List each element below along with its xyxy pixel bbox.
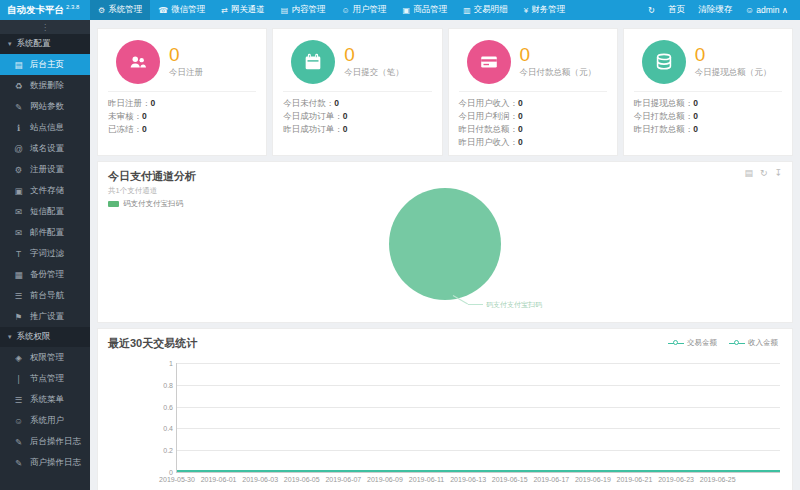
legend-label: 交易金额	[687, 338, 717, 348]
credit-card-icon	[467, 40, 511, 84]
sidebar-item-label: 字词过滤	[30, 248, 64, 260]
edit-icon: ✎	[13, 102, 24, 112]
nav-item-system[interactable]: ⚙ 系统管理	[90, 0, 150, 20]
sidebar-item-system-menu[interactable]: ☰ 系统菜单	[0, 389, 90, 410]
y-tick: 0	[151, 469, 173, 476]
log-icon: ✎	[13, 437, 24, 447]
sidebar-item-label: 域名设置	[30, 143, 64, 155]
gear-icon: ⚙	[98, 6, 105, 15]
data-view-icon[interactable]: ▤	[744, 168, 753, 178]
stat-card-withdraw: 0 今日提现总额（元） 昨日提现总额：0 今日打款总额：0 昨日打款总额：0	[623, 28, 793, 156]
refresh-icon[interactable]: ↻	[648, 5, 655, 15]
sidebar-item-site-params[interactable]: ✎ 网站参数	[0, 96, 90, 117]
x-tick: 2019-06-23	[658, 476, 694, 483]
sidebar-item-word-filter[interactable]: T 字词过滤	[0, 243, 90, 264]
sidebar-item-sms-config[interactable]: ✉ 短信配置	[0, 201, 90, 222]
sidebar-item-domain-settings[interactable]: @ 域名设置	[0, 138, 90, 159]
y-tick: 0.2	[151, 447, 173, 454]
sidebar-item-admin-log[interactable]: ✎ 后台操作日志	[0, 431, 90, 452]
menu-icon: ☰	[13, 395, 24, 405]
stat-value: 0	[344, 45, 404, 64]
sidebar-item-site-info[interactable]: ℹ 站点信息	[0, 117, 90, 138]
x-tick: 2019-06-01	[201, 476, 237, 483]
sidebar-section-system-permission[interactable]: ▾ 系统权限	[0, 327, 90, 347]
x-tick: 2019-06-05	[284, 476, 320, 483]
sidebar-item-label: 文件存储	[30, 185, 64, 197]
stat-row: 今日未付款：0	[283, 97, 431, 110]
x-tick: 2019-06-11	[409, 476, 444, 483]
stat-row: 昨日提现总额：0	[634, 97, 782, 110]
refresh-icon[interactable]: ↻	[760, 168, 768, 178]
money-icon: ¥	[524, 6, 528, 15]
nav-label: 交易明细	[474, 4, 508, 16]
sidebar-item-dashboard[interactable]: ▤ 后台主页	[0, 54, 90, 75]
sidebar-item-system-users[interactable]: ☺ 系统用户	[0, 410, 90, 431]
sidebar-item-file-storage[interactable]: ▣ 文件存储	[0, 180, 90, 201]
download-icon[interactable]: ↧	[774, 168, 782, 178]
nav-item-trade[interactable]: ▥ 交易明细	[455, 0, 516, 20]
nav-label: 网关通道	[231, 4, 265, 16]
at-icon: @	[13, 144, 24, 154]
legend-item-income[interactable]: 收入金额	[729, 338, 778, 348]
sidebar-item-label: 前台导航	[30, 290, 64, 302]
nav-item-finance[interactable]: ¥ 财务管理	[516, 0, 573, 20]
version-badge: 2.3.8	[66, 4, 79, 10]
nav-item-user[interactable]: ☺ 用户管理	[333, 0, 394, 20]
x-tick: 2019-06-25	[700, 476, 736, 483]
sidebar-item-node[interactable]: | 节点管理	[0, 368, 90, 389]
x-tick: 2019-06-17	[533, 476, 569, 483]
stat-row: 今日用户收入：0	[459, 97, 607, 110]
sidebar-item-label: 数据删除	[30, 80, 64, 92]
avatar-icon: ☺	[745, 5, 754, 15]
stat-row: 昨日付款总额：0	[459, 123, 607, 136]
sidebar-item-data-delete[interactable]: ♻ 数据删除	[0, 75, 90, 96]
sidebar-item-promotion[interactable]: ⚑ 推广设置	[0, 306, 90, 327]
sidebar-item-label: 后台操作日志	[30, 436, 81, 448]
sidebar-item-backup[interactable]: ▦ 备份管理	[0, 264, 90, 285]
clear-cache-link[interactable]: 清除缓存	[698, 4, 732, 16]
stat-label: 今日提交（笔）	[344, 67, 404, 79]
sidebar-section-system-config[interactable]: ▾ 系统配置	[0, 34, 90, 54]
pie-panel-tools: ▤ ↻ ↧	[744, 168, 782, 178]
sidebar-item-label: 节点管理	[30, 373, 64, 385]
nav-label: 微信管理	[171, 4, 205, 16]
sidebar-item-label: 站点信息	[30, 122, 64, 134]
legend-item-trade[interactable]: 交易金额	[668, 338, 717, 348]
dashboard-icon: ▤	[13, 60, 24, 70]
sidebar-item-merchant-log[interactable]: ✎ 商户操作日志	[0, 452, 90, 473]
sidebar-item-permission[interactable]: ◈ 权限管理	[0, 347, 90, 368]
sidebar-item-register-settings[interactable]: ⚙ 注册设置	[0, 159, 90, 180]
brand[interactable]: 自动发卡平台 2.3.8	[0, 0, 90, 20]
legend-line-icon	[668, 340, 684, 347]
lock-icon: ◈	[13, 353, 24, 363]
sidebar-item-mail-config[interactable]: ✉ 邮件配置	[0, 222, 90, 243]
nav-item-gateway[interactable]: ⇄ 网关通道	[213, 0, 273, 20]
stat-row: 昨日用户收入：0	[459, 136, 607, 149]
users-icon	[116, 40, 160, 84]
x-tick: 2019-06-07	[325, 476, 361, 483]
pie-slice[interactable]	[389, 188, 501, 300]
pie-chart-panel: 今日支付通道分析 共1个支付通道 码支付支付宝扫码 ▤ ↻ ↧ 码支付支付宝扫码	[97, 161, 793, 323]
sidebar-collapse-toggle[interactable]: ⋮	[0, 20, 90, 34]
gridline	[177, 385, 780, 386]
user-menu[interactable]: ☺ admin ∧	[745, 5, 788, 15]
sidebar-item-label: 短信配置	[30, 206, 64, 218]
menu-icon: ☰	[13, 291, 24, 301]
stat-row: 昨日成功订单：0	[283, 123, 431, 136]
info-icon: ℹ	[13, 123, 24, 133]
username: admin	[756, 5, 779, 15]
text-icon: T	[13, 249, 24, 259]
sidebar-item-front-nav[interactable]: ☰ 前台导航	[0, 285, 90, 306]
stat-card-payment: 0 今日付款总额（元） 今日用户收入：0 今日用户利润：0 昨日付款总额：0 昨…	[448, 28, 618, 156]
x-tick: 2019-06-03	[242, 476, 278, 483]
stat-row: 已冻结：0	[108, 123, 256, 136]
server-icon: ▦	[13, 270, 24, 280]
nav-item-goods[interactable]: ▣ 商品管理	[395, 0, 456, 20]
envelope-icon: ✉	[13, 228, 24, 238]
nav-item-content[interactable]: ▤ 内容管理	[273, 0, 334, 20]
home-link[interactable]: 首页	[668, 4, 685, 16]
nav-item-wechat[interactable]: ☎ 微信管理	[150, 0, 213, 20]
cart-icon: ▣	[403, 6, 411, 15]
section-title: 系统权限	[17, 331, 51, 343]
envelope-icon: ✉	[13, 207, 24, 217]
